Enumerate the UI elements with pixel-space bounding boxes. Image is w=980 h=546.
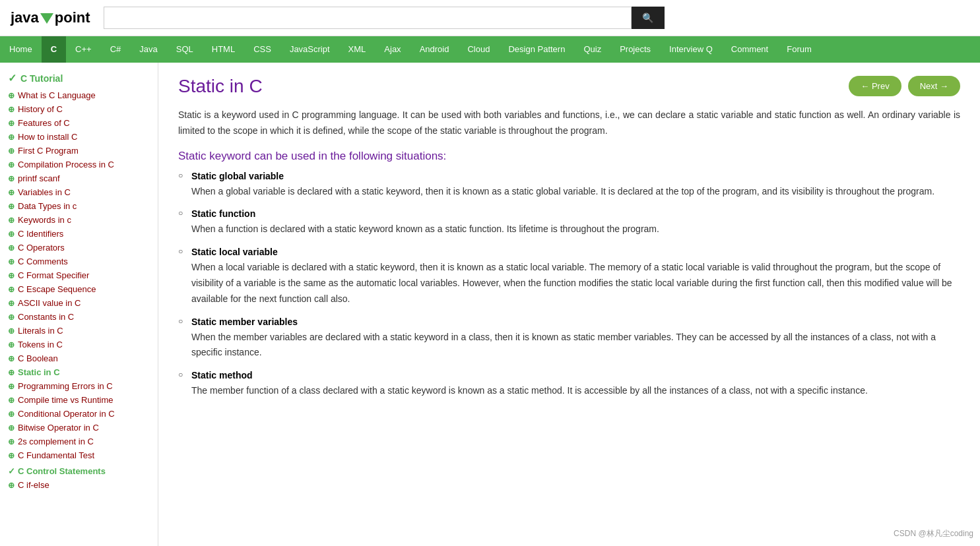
item-desc-static-function: When a function is declared with a stati…	[191, 224, 659, 234]
nav-quiz[interactable]: Quiz	[574, 36, 610, 63]
sidebar-link-tokens[interactable]: Tokens in C	[18, 340, 63, 349]
search-button[interactable]: 🔍	[632, 7, 665, 29]
sidebar-item-compile-time[interactable]: ⊕Compile time vs Runtime	[0, 393, 158, 407]
sidebar-link-ascii[interactable]: ASCII value in C	[18, 298, 81, 308]
list-item-static-global: Static global variable When a global var…	[191, 171, 960, 200]
sidebar-item-ascii[interactable]: ⊕ASCII value in C	[0, 296, 158, 310]
sidebar-link-constants[interactable]: Constants in C	[18, 312, 74, 322]
prev-button[interactable]: ← Prev	[849, 76, 901, 96]
sidebar-item-boolean[interactable]: ⊕C Boolean	[0, 351, 158, 365]
sidebar-item-constants[interactable]: ⊕Constants in C	[0, 310, 158, 324]
sidebar-link-variables[interactable]: Variables in C	[18, 187, 71, 197]
nav-xml[interactable]: XML	[339, 36, 376, 63]
sidebar-item-history[interactable]: ⊕History of C	[0, 102, 158, 116]
top-nav: Home C C++ C# Java SQL HTML CSS JavaScri…	[0, 36, 980, 63]
sidebar-link-format-specifier[interactable]: C Format Specifier	[18, 270, 89, 280]
sidebar-item-comments[interactable]: ⊕C Comments	[0, 255, 158, 268]
sidebar-item-first-c-program[interactable]: ⊕First C Program	[0, 144, 158, 158]
sidebar-link-operators[interactable]: C Operators	[18, 243, 65, 253]
sidebar-link-what-is-c[interactable]: What is C Language	[18, 90, 96, 100]
sidebar-item-data-types[interactable]: ⊕Data Types in c	[0, 199, 158, 213]
nav-sql[interactable]: SQL	[167, 36, 203, 63]
sidebar-item-identifiers[interactable]: ⊕C Identifiers	[0, 227, 158, 241]
nav-home[interactable]: Home	[0, 36, 42, 63]
search-input[interactable]	[104, 7, 632, 29]
sidebar-link-boolean[interactable]: C Boolean	[18, 353, 58, 363]
nav-html[interactable]: HTML	[203, 36, 244, 63]
nav-android[interactable]: Android	[410, 36, 459, 63]
sidebar-link-printf-scanf[interactable]: printf scanf	[18, 173, 60, 183]
search-bar: 🔍	[104, 7, 969, 29]
plus-icon: ⊕	[8, 326, 15, 336]
plus-icon: ⊕	[8, 257, 15, 266]
sidebar-item-variables[interactable]: ⊕Variables in C	[0, 185, 158, 199]
sidebar-link-keywords[interactable]: Keywords in c	[18, 215, 71, 225]
sidebar-link-literals[interactable]: Literals in C	[18, 326, 63, 336]
item-desc-static-local: When a local variable is declared with a…	[191, 262, 952, 304]
next-button[interactable]: Next →	[908, 76, 960, 96]
sidebar-link-identifiers[interactable]: C Identifiers	[18, 229, 63, 239]
sidebar-tutorial-title: C Tutorial	[20, 73, 63, 84]
sidebar-link-compile-time[interactable]: Compile time vs Runtime	[18, 395, 114, 405]
nav-forum[interactable]: Forum	[777, 36, 821, 63]
sidebar-item-printf-scanf[interactable]: ⊕printf scanf	[0, 171, 158, 185]
list-item-static-local: Static local variable When a local varia…	[191, 247, 960, 307]
nav-comment[interactable]: Comment	[722, 36, 777, 63]
sidebar-item-literals[interactable]: ⊕Literals in C	[0, 324, 158, 338]
sidebar-link-compilation[interactable]: Compilation Process in C	[18, 160, 114, 169]
sidebar-link-2s-complement[interactable]: 2s complement in C	[18, 437, 94, 446]
sidebar-section-control: ✓ C Control Statements	[0, 462, 158, 478]
list-item-static-member: Static member variables When the member …	[191, 317, 960, 361]
nav-ajax[interactable]: Ajax	[375, 36, 410, 63]
logo-java: java	[11, 9, 39, 26]
nav-design-pattern[interactable]: Design Pattern	[499, 36, 574, 63]
sidebar-link-bitwise[interactable]: Bitwise Operator in C	[18, 423, 99, 433]
nav-cpp[interactable]: C++	[66, 36, 101, 63]
sidebar-item-escape-sequence[interactable]: ⊕C Escape Sequence	[0, 282, 158, 296]
sidebar-link-programming-errors[interactable]: Programming Errors in C	[18, 381, 113, 391]
nav-javascript[interactable]: JavaScript	[280, 36, 339, 63]
sidebar-link-data-types[interactable]: Data Types in c	[18, 201, 77, 211]
sidebar-item-tokens[interactable]: ⊕Tokens in C	[0, 338, 158, 351]
sidebar-link-first-c-program[interactable]: First C Program	[18, 146, 79, 156]
nav-csharp[interactable]: C#	[101, 36, 131, 63]
sidebar-link-history[interactable]: History of C	[18, 104, 63, 114]
section-heading: Static keyword can be used in the follow…	[178, 150, 960, 163]
sidebar-item-what-is-c[interactable]: ⊕What is C Language	[0, 88, 158, 102]
nav-css[interactable]: CSS	[244, 36, 280, 63]
sidebar-link-fundamental-test[interactable]: C Fundamental Test	[18, 450, 94, 460]
sidebar-link-conditional-op[interactable]: Conditional Operator in C	[18, 409, 115, 419]
sidebar-item-compilation[interactable]: ⊕Compilation Process in C	[0, 158, 158, 171]
sidebar-item-operators[interactable]: ⊕C Operators	[0, 241, 158, 255]
sidebar-link-features[interactable]: Features of C	[18, 118, 70, 128]
sidebar-item-format-specifier[interactable]: ⊕C Format Specifier	[0, 268, 158, 282]
plus-icon: ⊕	[8, 188, 15, 197]
sidebar-item-keywords[interactable]: ⊕Keywords in c	[0, 213, 158, 227]
sidebar-item-static[interactable]: ⊕Static in C	[0, 365, 158, 379]
plus-icon: ⊕	[8, 451, 15, 460]
main-layout: ✓ C Tutorial ⊕What is C Language ⊕Histor…	[0, 63, 980, 546]
sidebar-link-static[interactable]: Static in C	[18, 367, 60, 377]
sidebar-link-if-else[interactable]: C if-else	[18, 480, 49, 490]
sidebar-item-bitwise[interactable]: ⊕Bitwise Operator in C	[0, 421, 158, 435]
sidebar-link-comments[interactable]: C Comments	[18, 257, 68, 266]
sidebar-item-fundamental-test[interactable]: ⊕C Fundamental Test	[0, 448, 158, 462]
nav-cloud[interactable]: Cloud	[458, 36, 499, 63]
nav-c[interactable]: C	[42, 36, 66, 63]
nav-interview-q[interactable]: Interview Q	[660, 36, 722, 63]
watermark: CSDN @林凡尘coding	[894, 528, 973, 539]
nav-java[interactable]: Java	[130, 36, 166, 63]
sidebar-item-programming-errors[interactable]: ⊕Programming Errors in C	[0, 379, 158, 393]
sidebar-item-how-to-install[interactable]: ⊕How to install C	[0, 130, 158, 144]
nav-projects[interactable]: Projects	[610, 36, 660, 63]
sidebar-item-2s-complement[interactable]: ⊕2s complement in C	[0, 435, 158, 448]
sidebar-item-features[interactable]: ⊕Features of C	[0, 116, 158, 130]
sidebar-item-conditional-op[interactable]: ⊕Conditional Operator in C	[0, 407, 158, 421]
item-desc-static-method: The member function of a class declared …	[191, 385, 868, 396]
item-title-static-function: Static function	[191, 208, 960, 219]
sidebar-link-how-to-install[interactable]: How to install C	[18, 132, 77, 142]
item-desc-static-global: When a global variable is declared with …	[191, 186, 934, 197]
item-title-static-member: Static member variables	[191, 317, 960, 327]
sidebar-link-escape-sequence[interactable]: C Escape Sequence	[18, 284, 96, 294]
sidebar-item-if-else[interactable]: ⊕C if-else	[0, 478, 158, 492]
